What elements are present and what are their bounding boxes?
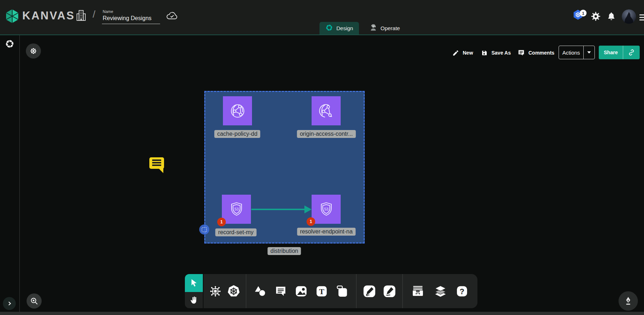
route53-shield-icon: 53 bbox=[227, 199, 247, 219]
svg-text:T: T bbox=[319, 287, 325, 296]
tab-design[interactable]: Design bbox=[319, 22, 359, 34]
comment-line bbox=[152, 165, 161, 166]
zoom-in-button[interactable] bbox=[27, 293, 42, 309]
pencil-scribble-icon bbox=[383, 284, 396, 298]
node-record-set[interactable]: 53 bbox=[222, 195, 251, 224]
sidebar-expand-button[interactable] bbox=[3, 297, 16, 310]
actions-caret[interactable] bbox=[583, 46, 594, 59]
app-title: KANVAS bbox=[22, 9, 75, 22]
pan-tool-button[interactable] bbox=[185, 292, 203, 308]
tab-operate[interactable]: Operate bbox=[364, 22, 406, 34]
dashed-square-icon bbox=[202, 227, 207, 232]
chip-icon bbox=[209, 285, 222, 298]
flower-icon bbox=[29, 47, 38, 55]
node-label[interactable]: record-set-my bbox=[215, 228, 257, 236]
shapes-tool-button[interactable] bbox=[253, 284, 267, 298]
note-icon bbox=[335, 284, 349, 298]
gear-icon bbox=[591, 11, 601, 21]
hand-icon bbox=[189, 296, 199, 305]
caret-down-icon bbox=[587, 51, 591, 54]
kanvas-app: KANVAS / Name bbox=[0, 0, 644, 315]
node-issue-badge[interactable]: 1 bbox=[307, 217, 315, 226]
kubernetes-context-badge: 1 bbox=[580, 10, 587, 17]
route53-shield-icon: 53 bbox=[316, 199, 336, 219]
design-name-input[interactable] bbox=[102, 14, 160, 24]
svg-text:?: ? bbox=[459, 287, 464, 296]
pen-arrow-icon bbox=[363, 284, 376, 298]
node-origin-access-control[interactable] bbox=[312, 96, 341, 125]
comment-line bbox=[152, 159, 161, 161]
cursor-icon bbox=[189, 278, 199, 288]
header-divider bbox=[0, 34, 644, 35]
chevron-right-icon bbox=[6, 300, 13, 307]
bottom-edge-strip bbox=[0, 312, 644, 315]
group-label[interactable]: distribution bbox=[267, 247, 301, 255]
svg-text:53: 53 bbox=[324, 207, 328, 211]
edge-record-to-resolver[interactable] bbox=[251, 209, 305, 210]
layers-icon bbox=[433, 284, 448, 298]
pencil-icon bbox=[452, 50, 459, 56]
link-icon bbox=[628, 49, 635, 56]
note-tool-button[interactable] bbox=[335, 284, 349, 298]
image-icon bbox=[294, 284, 308, 298]
pen-nib-icon bbox=[624, 296, 633, 306]
user-avatar[interactable] bbox=[622, 9, 636, 24]
header-bar: KANVAS / Name bbox=[0, 0, 644, 34]
edge-arrowhead bbox=[304, 205, 312, 213]
text-tool-button[interactable]: T bbox=[315, 285, 328, 298]
node-resolver-endpoint[interactable]: 53 bbox=[312, 195, 341, 224]
comment-tail bbox=[159, 168, 163, 173]
new-button[interactable]: New bbox=[450, 46, 475, 60]
drawer-tool-button[interactable] bbox=[411, 285, 425, 298]
annotation-pen-button[interactable] bbox=[619, 291, 638, 311]
copy-link-segment[interactable] bbox=[623, 46, 640, 59]
image-tool-button[interactable] bbox=[294, 284, 308, 298]
actions-button[interactable]: Actions bbox=[559, 46, 595, 59]
design-spiral-icon bbox=[325, 24, 333, 33]
toolbar-section-annotate: T bbox=[246, 274, 356, 308]
layers-tool-button[interactable] bbox=[433, 284, 448, 298]
save-as-button[interactable]: Save As bbox=[479, 46, 513, 60]
node-cache-policy[interactable] bbox=[223, 96, 252, 125]
menu-icon[interactable] bbox=[639, 13, 644, 22]
organization-icon[interactable] bbox=[76, 9, 86, 23]
integrations-tool-button[interactable] bbox=[209, 285, 222, 298]
zoom-in-icon bbox=[30, 297, 38, 305]
bottom-toolbar: T bbox=[204, 274, 477, 308]
drawer-icon bbox=[411, 285, 425, 298]
design-name-label: Name bbox=[103, 9, 113, 14]
shapes-icon bbox=[253, 284, 267, 298]
save-as-label: Save As bbox=[491, 50, 511, 56]
settings-button[interactable] bbox=[591, 11, 601, 22]
meshery-spiral-icon[interactable] bbox=[5, 39, 15, 50]
freehand-pen-tool-button[interactable] bbox=[383, 284, 396, 298]
node-label[interactable]: resolver-endpoint-na bbox=[297, 228, 356, 236]
save-icon bbox=[481, 50, 488, 56]
actions-label: Actions bbox=[559, 46, 583, 59]
tab-design-label: Design bbox=[336, 25, 353, 31]
comment-line bbox=[152, 162, 161, 163]
node-issue-badge[interactable]: 1 bbox=[217, 218, 226, 226]
notifications-button[interactable] bbox=[607, 11, 616, 22]
toolbar-section-organize: ? bbox=[403, 274, 476, 308]
group-action-handle[interactable] bbox=[199, 224, 209, 235]
node-label[interactable]: cache-policy-dd bbox=[214, 130, 260, 138]
kanvas-logo-icon bbox=[5, 9, 20, 25]
select-tool-button[interactable] bbox=[185, 274, 203, 292]
toolbar-section-infra bbox=[204, 274, 246, 308]
share-button[interactable]: Share bbox=[599, 46, 640, 59]
breadcrumb-separator: / bbox=[93, 9, 95, 20]
comments-button[interactable]: Comments bbox=[515, 46, 556, 60]
comments-label: Comments bbox=[528, 50, 554, 56]
help-tool-button[interactable]: ? bbox=[456, 285, 468, 298]
comment-tool-button[interactable] bbox=[274, 285, 287, 298]
toolbar-mode-column bbox=[185, 274, 203, 308]
node-label[interactable]: origin-access-contr... bbox=[297, 130, 356, 138]
kubernetes-tool-button[interactable] bbox=[227, 284, 241, 298]
canvas-comment-marker[interactable] bbox=[149, 157, 164, 169]
bell-icon bbox=[607, 11, 616, 21]
cloudfront-globe-icon bbox=[227, 101, 248, 121]
extensions-button[interactable] bbox=[26, 43, 41, 59]
comment-bubble-icon bbox=[274, 285, 287, 298]
edge-pen-tool-button[interactable] bbox=[363, 284, 376, 298]
